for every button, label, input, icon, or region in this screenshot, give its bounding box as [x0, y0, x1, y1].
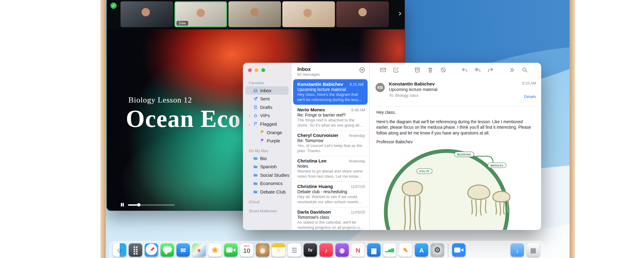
participant-tile[interactable]: Zeke — [174, 1, 227, 27]
news-icon[interactable]: N — [351, 243, 365, 257]
sidebar-item-vips[interactable]: ›VIPs — [245, 111, 289, 120]
music-glyph: ♪ — [325, 247, 328, 253]
message-time: Yesterday — [348, 134, 365, 138]
podcasts-glyph: ◉ — [339, 247, 345, 253]
sidebar-item-purple[interactable]: Purple — [245, 137, 289, 145]
mail-window: FavoritesInboxSentDrafts›VIPs⌄FlaggedOra… — [243, 63, 541, 230]
sidebar-item-label: Sent — [260, 96, 269, 102]
participant-tile[interactable] — [228, 1, 281, 27]
pages-glyph: ✎ — [403, 247, 408, 253]
trash-icon[interactable] — [427, 67, 434, 73]
photo-booth-icon[interactable]: ◉ — [256, 243, 269, 257]
reminders-icon[interactable]: ☰ — [288, 243, 301, 257]
message-subject: Debate club - rescheduling — [297, 189, 365, 194]
message-time: 8:49 AM — [351, 108, 365, 112]
sidebar-item-inbox[interactable]: Inbox — [245, 86, 289, 95]
numbers-icon[interactable]: ▂▅▇ — [383, 243, 396, 257]
sidebar-item-bio[interactable]: Bio — [245, 154, 289, 163]
sidebar-item-debate-club[interactable]: Debate Club — [245, 188, 289, 196]
sidebar-section-smart-mailboxes: Smart Mailboxes — [243, 205, 291, 214]
sent-icon — [253, 96, 258, 102]
finder-icon[interactable]: ☺ — [113, 243, 126, 257]
junk-icon[interactable] — [440, 67, 447, 73]
vips-icon — [253, 113, 258, 118]
next-participants-button[interactable]: › — [396, 9, 404, 18]
calendar-icon[interactable]: NOV10 — [240, 243, 253, 257]
downloads-glyph: ↓ — [516, 247, 519, 253]
details-link[interactable]: Details — [524, 94, 536, 99]
message-row[interactable]: Cheryl CourvoisierYesterdayRe: TomorrowY… — [292, 130, 369, 156]
sidebar-item-drafts[interactable]: Drafts — [245, 103, 289, 112]
message-row[interactable]: Nerio Mones8:49 AMRe: Fringe or barrier … — [292, 105, 369, 130]
progress-knob[interactable] — [137, 203, 141, 207]
mail-icon[interactable]: ✉ — [176, 243, 190, 257]
tv-icon[interactable]: tv — [303, 243, 317, 257]
sidebar-item-orange[interactable]: Orange — [245, 128, 289, 137]
body-paragraph: Hey class, — [376, 110, 536, 116]
message-subject: Re: Tomorrow — [297, 138, 365, 143]
message-count: 62 messages — [297, 72, 369, 77]
participant-name: Zeke — [176, 21, 188, 26]
sidebar-item-spanish[interactable]: Spanish — [245, 162, 289, 171]
message-row[interactable]: Darla Davidson11/05/20Tomorrow's classAs… — [292, 207, 369, 230]
mail-sidebar-list: FavoritesInboxSentDrafts›VIPs⌄FlaggedOra… — [243, 77, 291, 214]
search-icon[interactable] — [522, 67, 528, 73]
keynote-icon[interactable]: ▆ — [367, 243, 381, 257]
participant-tile[interactable] — [282, 1, 335, 27]
minimize-button[interactable] — [255, 68, 258, 72]
message-sender: Christina Lee — [297, 158, 327, 163]
folder-icon — [253, 164, 258, 169]
message-preview: Hey class, Here's the diagram that we'll… — [297, 92, 364, 102]
folder-icon — [253, 156, 258, 161]
sidebar-item-economics[interactable]: Economics — [245, 179, 289, 188]
more-icon[interactable] — [509, 67, 515, 73]
message-row[interactable]: Christine Huang11/07/20Debate club - res… — [292, 181, 369, 207]
reply-all-icon[interactable] — [474, 67, 481, 73]
pages-icon[interactable]: ✎ — [399, 243, 412, 257]
sidebar-item-sent[interactable]: Sent — [245, 95, 289, 103]
message-preview: Hey all, Wanted to see if we could resch… — [297, 194, 365, 204]
sidebar-item-label: Economics — [260, 181, 283, 186]
trash-icon[interactable]: ▦ — [526, 243, 540, 257]
close-button[interactable] — [248, 68, 252, 72]
unread-icon[interactable] — [380, 67, 386, 73]
pause-button[interactable] — [121, 203, 124, 207]
safari-icon[interactable] — [145, 243, 158, 257]
messages-icon[interactable] — [161, 243, 174, 257]
reply-icon[interactable] — [461, 67, 468, 73]
sidebar-item-flagged[interactable]: ⌄Flagged — [245, 120, 289, 128]
laptop-bezel-left — [100, 0, 106, 258]
message-preview: Wanted to go ahead and share some notes … — [297, 169, 365, 179]
facetime-icon[interactable] — [224, 243, 238, 257]
message-row[interactable]: Christina LeeYesterdayNotesWanted to go … — [292, 156, 369, 181]
sidebar-item-social-studies[interactable]: Social Studies — [245, 171, 289, 180]
filter-icon[interactable] — [359, 67, 365, 73]
participant-tile[interactable] — [120, 1, 173, 27]
message-subject: Re: Fringe or barrier reef? — [297, 113, 365, 117]
message-preview: The fringe reef is attached to the shore… — [297, 118, 365, 128]
participant-tile[interactable] — [336, 1, 389, 27]
photos-icon[interactable]: ❀ — [208, 243, 222, 257]
compose-icon[interactable] — [393, 67, 399, 73]
zoom-icon[interactable] — [452, 243, 465, 257]
zoom-button[interactable] — [261, 68, 265, 72]
launchpad-glyph: ⣿ — [132, 246, 138, 254]
diagram-label-polyp: POLYP — [416, 168, 432, 174]
message-row[interactable]: Konstantin Babichev9:15 AMUpcoming lectu… — [293, 79, 368, 105]
progress-bar[interactable] — [128, 204, 175, 205]
archive-icon[interactable] — [414, 67, 421, 73]
sidebar-item-label: VIPs — [260, 113, 270, 118]
maps-icon[interactable]: ⌖ — [192, 243, 206, 257]
podcasts-icon[interactable]: ◉ — [335, 243, 349, 257]
mailbox-title: Inbox — [297, 66, 369, 72]
app-store-icon[interactable]: A — [415, 243, 428, 257]
forward-icon[interactable] — [487, 67, 494, 73]
photo-booth-glyph: ◉ — [260, 247, 265, 253]
launchpad-icon[interactable]: ⣿ — [129, 243, 142, 257]
reader-time: 9:15 AM — [522, 81, 536, 85]
system-preferences-icon[interactable]: ⚙ — [431, 243, 444, 257]
calendar-day: 10 — [240, 247, 253, 254]
notes-icon[interactable]: ≡ — [272, 243, 285, 257]
music-icon[interactable]: ♪ — [320, 243, 333, 257]
downloads-icon[interactable]: ↓ — [511, 243, 524, 257]
